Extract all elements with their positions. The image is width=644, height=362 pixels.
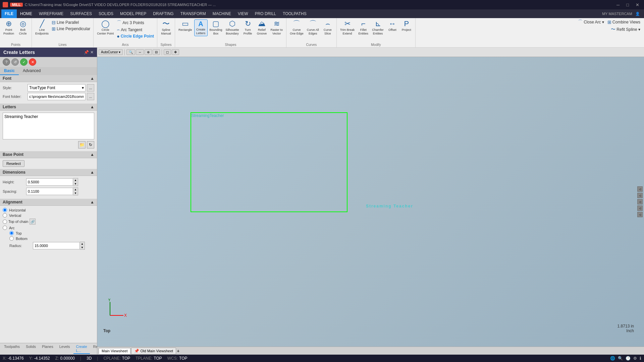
canvas-tool-btn-3[interactable]: ⊕	[145, 49, 152, 55]
viewport-tab-old-main[interactable]: 📌 Old Main Viewsheet	[131, 348, 176, 354]
menu-transform[interactable]: TRANSFORM	[177, 9, 209, 18]
viewport-tab-main[interactable]: Main Viewsheet	[99, 348, 130, 354]
letters-refresh-button[interactable]: ↻	[87, 141, 94, 148]
menu-wireframe[interactable]: WIREFRAME	[36, 9, 67, 18]
reselect-button[interactable]: Reselect	[3, 160, 24, 167]
line-parallel-button[interactable]: ⊟ Line Parallel	[51, 19, 91, 25]
tab-solids[interactable]: Solids	[23, 344, 39, 354]
menu-pro-drill[interactable]: PRO DRILL	[252, 9, 279, 18]
tab-toolpaths[interactable]: Toolpaths	[1, 344, 22, 354]
status-globe-icon[interactable]: 🌐	[610, 356, 615, 361]
canvas-tool-btn-4[interactable]: ⊟	[153, 49, 160, 55]
spacing-increment-button[interactable]: ▲	[73, 188, 78, 191]
letters-textarea[interactable]: Streaming Teacher	[3, 113, 94, 139]
viewport-btn-4[interactable]: ◁	[637, 205, 643, 211]
panel-close-button[interactable]: ✕	[90, 50, 94, 55]
letters-import-button[interactable]: 📁	[78, 141, 86, 148]
reset-button[interactable]: ↺	[11, 58, 19, 66]
arc-top-radio[interactable]	[9, 231, 14, 235]
height-increment-button[interactable]: ▲	[73, 178, 78, 182]
letters-section-header[interactable]: Letters ▲	[0, 104, 97, 111]
tab-create-l[interactable]: Create L...	[73, 344, 90, 354]
bolt-circle-button[interactable]: ◎ BoltCircle	[16, 19, 30, 36]
base-point-section-header[interactable]: Base Point ▲	[0, 151, 97, 158]
height-input[interactable]	[26, 178, 73, 186]
menu-drafting[interactable]: DRAFTING	[150, 9, 177, 18]
refit-spline-button[interactable]: 〜 Refit Spline ▾	[610, 26, 641, 33]
tab-planes[interactable]: Planes	[39, 344, 56, 354]
bounding-box-button[interactable]: ▢ BoundingBox	[208, 19, 224, 36]
tab-levels[interactable]: Levels	[57, 344, 73, 354]
arc-bottom-radio[interactable]	[9, 236, 14, 241]
combine-views-button[interactable]: ⊞ Combine Views	[606, 19, 641, 25]
font-style-dropdown[interactable]: TrueType Font ▾	[28, 84, 86, 92]
tab-advanced[interactable]: Advanced	[19, 67, 45, 75]
menu-machine[interactable]: MACHINE	[209, 9, 234, 18]
menu-toolpaths[interactable]: TOOLPATHS	[279, 9, 310, 18]
close-arc-button[interactable]: ⌒ Close Arc ▾	[577, 19, 605, 25]
arc-tangent-button[interactable]: ⌢ Arc Tangent	[116, 26, 155, 33]
help-button[interactable]: ?	[3, 58, 10, 66]
close-button[interactable]: ✕	[634, 2, 641, 7]
canvas-select-btn[interactable]: ◻	[164, 49, 171, 55]
confirm-button[interactable]: ✓	[20, 58, 28, 66]
spline-manual-button[interactable]: 〜 SplineManual	[159, 19, 173, 36]
canvas-autocursor-button[interactable]: AutoCursor ▾	[99, 49, 123, 55]
canvas-tool-btn-2[interactable]: ↔	[136, 49, 144, 55]
viewport-btn-2[interactable]: ◁	[637, 193, 643, 198]
menu-solids[interactable]: SOLIDS	[95, 9, 117, 18]
viewport-btn-5[interactable]: ◁	[637, 212, 643, 217]
viewport-btn-1[interactable]: ◁	[637, 186, 643, 192]
status-settings-icon[interactable]: ⚙	[633, 356, 637, 361]
radius-decrement-button[interactable]: ▼	[80, 246, 85, 249]
top-of-chain-radio[interactable]	[3, 220, 7, 224]
horizontal-radio[interactable]	[3, 208, 7, 212]
viewport-btn-3[interactable]: ◁	[637, 199, 643, 204]
spacing-input[interactable]	[26, 188, 73, 195]
trim-break-extend-button[interactable]: ✂ Trim BreakExtend	[339, 19, 356, 36]
radius-input[interactable]	[33, 242, 80, 249]
relief-groove-button[interactable]: ⛰ ReliefGroove	[255, 19, 269, 36]
menu-surfaces[interactable]: SURFACES	[67, 9, 95, 18]
maximize-button[interactable]: □	[624, 2, 631, 7]
minimize-button[interactable]: ─	[614, 2, 622, 7]
tab-basic[interactable]: Basic	[0, 67, 19, 75]
silhouette-boundary-button[interactable]: ⬡ SilhouetteBoundary	[224, 19, 240, 36]
font-section-header[interactable]: Font ▲	[0, 75, 97, 82]
spacing-decrement-button[interactable]: ▼	[73, 191, 78, 195]
arc-3-points-button[interactable]: ⌒ Arc 3 Points	[116, 19, 155, 26]
menu-file[interactable]: FILE	[1, 9, 17, 18]
status-info-icon[interactable]: ℹ	[640, 356, 641, 361]
dimensions-section-header[interactable]: Dimensions ▲	[0, 169, 97, 176]
canvas-tool-btn-1[interactable]: 🔍	[126, 49, 135, 55]
alignment-section-header[interactable]: Alignment ▲	[0, 199, 97, 206]
font-browse-button[interactable]: ...	[87, 84, 94, 92]
cancel-button[interactable]: ✕	[29, 58, 36, 66]
turn-profile-button[interactable]: ↻ TurnProfile	[241, 19, 255, 36]
project-button[interactable]: P Project	[400, 19, 413, 33]
curve-all-edges-button[interactable]: ⌒ Curve AllEdges	[306, 19, 320, 36]
radius-increment-button[interactable]: ▲	[80, 242, 85, 246]
height-decrement-button[interactable]: ▼	[73, 182, 78, 186]
circle-edge-point-button[interactable]: ● Circle Edge Point	[116, 33, 155, 39]
menu-model-prep[interactable]: MODEL PREP	[117, 9, 150, 18]
menu-home[interactable]: HOME	[17, 9, 36, 18]
line-endpoints-button[interactable]: ╱ LineEndpoints	[34, 19, 50, 36]
viewport-tab-add-button[interactable]: +	[177, 348, 179, 354]
menu-view[interactable]: VIEW	[234, 9, 252, 18]
raster-to-vector-button[interactable]: ≋ Raster toVector	[269, 19, 284, 36]
create-letters-button[interactable]: A CreateLetters	[194, 19, 208, 36]
circle-center-point-button[interactable]: ◯ CircleCenter Point	[96, 19, 115, 36]
chain-link-button[interactable]: 🔗	[30, 219, 36, 225]
line-perpendicular-button[interactable]: ⊞ Line Perpendicular	[51, 26, 91, 32]
fillet-entities-button[interactable]: ⌐ FilletEntities	[357, 19, 370, 36]
status-zoom-icon[interactable]: 🔍	[618, 356, 623, 361]
canvas-main[interactable]: StreamingTeacher Streaming Teacher X Y T…	[97, 57, 644, 347]
chamfer-entities-button[interactable]: ⊾ ChamferEntities	[371, 19, 385, 36]
arc-radio[interactable]	[3, 226, 7, 230]
font-folder-input[interactable]	[28, 93, 86, 100]
vertical-radio[interactable]	[3, 213, 7, 218]
curve-slice-button[interactable]: ⌢ CurveSlice	[321, 19, 334, 36]
rectangle-button[interactable]: ▭ Rectangle	[177, 19, 194, 33]
canvas-move-btn[interactable]: ✥	[172, 49, 179, 55]
